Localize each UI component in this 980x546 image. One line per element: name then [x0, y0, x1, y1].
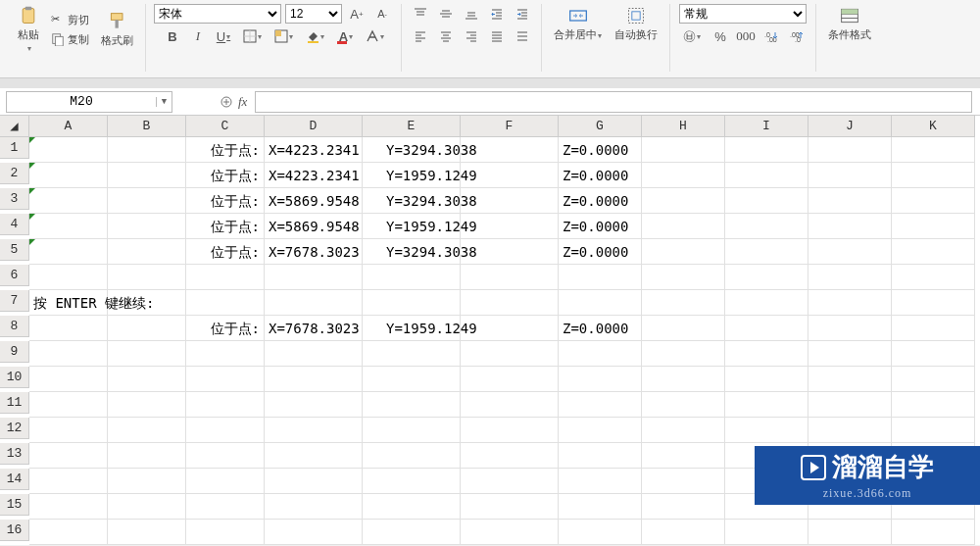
cell-G8[interactable]: Z=0.0000	[559, 316, 642, 341]
row-header-9[interactable]: 9	[0, 341, 29, 363]
justify-button[interactable]	[486, 26, 508, 46]
cell-G6[interactable]	[559, 265, 642, 290]
italic-button[interactable]: I	[187, 26, 209, 46]
cell-E9[interactable]	[363, 341, 461, 367]
cell-K2[interactable]	[892, 163, 975, 188]
cell-F15[interactable]	[461, 494, 559, 520]
cell-D16[interactable]	[265, 520, 363, 545]
cell-D13[interactable]	[265, 443, 363, 469]
cell-E7[interactable]	[363, 290, 461, 316]
cell-F8[interactable]	[461, 316, 559, 341]
thousands-button[interactable]: 000	[735, 26, 757, 46]
cell-K9[interactable]	[892, 341, 975, 367]
cell-K3[interactable]	[892, 188, 975, 214]
cell-K8[interactable]	[892, 316, 975, 341]
row-header-1[interactable]: 1	[0, 137, 29, 159]
cell-F12[interactable]	[461, 418, 559, 443]
cell-I11[interactable]	[725, 392, 808, 418]
cell-G14[interactable]	[559, 469, 642, 494]
copy-button[interactable]: 复制	[48, 31, 92, 48]
cell-A9[interactable]	[29, 341, 108, 367]
cell-I1[interactable]	[725, 137, 808, 163]
row-header-13[interactable]: 13	[0, 443, 29, 465]
font-color-button[interactable]: A▾	[332, 26, 360, 46]
distribute-button[interactable]	[512, 26, 533, 46]
phonetic-button[interactable]: ▾	[364, 26, 385, 46]
cell-C4[interactable]: 位于点:	[186, 214, 265, 239]
cell-K4[interactable]	[892, 214, 975, 239]
fill-color-button[interactable]: ▾	[301, 26, 328, 46]
cell-I5[interactable]	[725, 239, 808, 265]
cell-style-button[interactable]: ▾	[270, 26, 297, 46]
cell-J6[interactable]	[808, 265, 892, 290]
cell-A3[interactable]	[29, 188, 108, 214]
cell-J2[interactable]	[808, 163, 892, 188]
cell-E1[interactable]: Y=3294.3038	[363, 137, 461, 163]
cell-H4[interactable]	[642, 214, 725, 239]
cell-I2[interactable]	[725, 163, 808, 188]
align-right-button[interactable]	[461, 26, 482, 46]
cell-B10[interactable]	[108, 367, 186, 392]
cell-H11[interactable]	[642, 392, 725, 418]
cell-H3[interactable]	[642, 188, 725, 214]
cell-G16[interactable]	[559, 520, 642, 545]
cell-A11[interactable]	[29, 392, 108, 418]
cell-F9[interactable]	[461, 341, 559, 367]
cell-G13[interactable]	[559, 443, 642, 469]
cell-A14[interactable]	[29, 469, 108, 494]
number-format-select[interactable]: 常规	[679, 4, 807, 24]
percent-button[interactable]: %	[710, 26, 731, 46]
cell-E12[interactable]	[363, 418, 461, 443]
cell-J10[interactable]	[808, 367, 892, 392]
cell-I9[interactable]	[725, 341, 808, 367]
cell-A5[interactable]	[29, 239, 108, 265]
row-header-16[interactable]: 16	[0, 520, 29, 541]
decrease-font-button[interactable]: A-	[371, 4, 393, 24]
cell-G7[interactable]	[559, 290, 642, 316]
cell-G9[interactable]	[559, 341, 642, 367]
cell-K1[interactable]	[892, 137, 975, 163]
cell-E14[interactable]	[363, 469, 461, 494]
row-header-6[interactable]: 6	[0, 265, 29, 286]
row-header-4[interactable]: 4	[0, 214, 29, 235]
row-header-14[interactable]: 14	[0, 469, 29, 490]
cell-I16[interactable]	[725, 520, 808, 545]
cell-D15[interactable]	[265, 494, 363, 520]
cell-D12[interactable]	[265, 418, 363, 443]
cell-G3[interactable]: Z=0.0000	[559, 188, 642, 214]
cell-F16[interactable]	[461, 520, 559, 545]
cell-K11[interactable]	[892, 392, 975, 418]
cell-F3[interactable]	[461, 188, 559, 214]
cell-B1[interactable]	[108, 137, 186, 163]
cell-H16[interactable]	[642, 520, 725, 545]
select-all-corner[interactable]: ◢	[0, 116, 29, 137]
row-header-11[interactable]: 11	[0, 392, 29, 414]
col-header-A[interactable]: A	[29, 116, 108, 137]
col-header-G[interactable]: G	[559, 116, 642, 137]
cell-H13[interactable]	[642, 443, 725, 469]
cell-K7[interactable]	[892, 290, 975, 316]
cell-C11[interactable]	[186, 392, 265, 418]
cell-B2[interactable]	[108, 163, 186, 188]
cell-B15[interactable]	[108, 494, 186, 520]
cell-E10[interactable]	[363, 367, 461, 392]
cell-F14[interactable]	[461, 469, 559, 494]
cell-C7[interactable]	[186, 290, 265, 316]
cell-E11[interactable]	[363, 392, 461, 418]
col-header-E[interactable]: E	[363, 116, 461, 137]
name-box-dropdown[interactable]: ▼	[156, 97, 172, 107]
col-header-B[interactable]: B	[108, 116, 186, 137]
cell-G4[interactable]: Z=0.0000	[559, 214, 642, 239]
cell-F6[interactable]	[461, 265, 559, 290]
bold-button[interactable]: B	[162, 26, 183, 46]
name-box[interactable]: M20 ▼	[6, 91, 172, 113]
cell-D8[interactable]: X=7678.3023	[265, 316, 363, 341]
cut-button[interactable]: ✂ 剪切	[48, 12, 92, 28]
cell-D1[interactable]: X=4223.2341	[265, 137, 363, 163]
col-header-J[interactable]: J	[808, 116, 892, 137]
align-bottom-button[interactable]	[461, 4, 482, 24]
cell-C13[interactable]	[186, 443, 265, 469]
cell-K10[interactable]	[892, 367, 975, 392]
cell-G11[interactable]	[559, 392, 642, 418]
cell-C16[interactable]	[186, 520, 265, 545]
